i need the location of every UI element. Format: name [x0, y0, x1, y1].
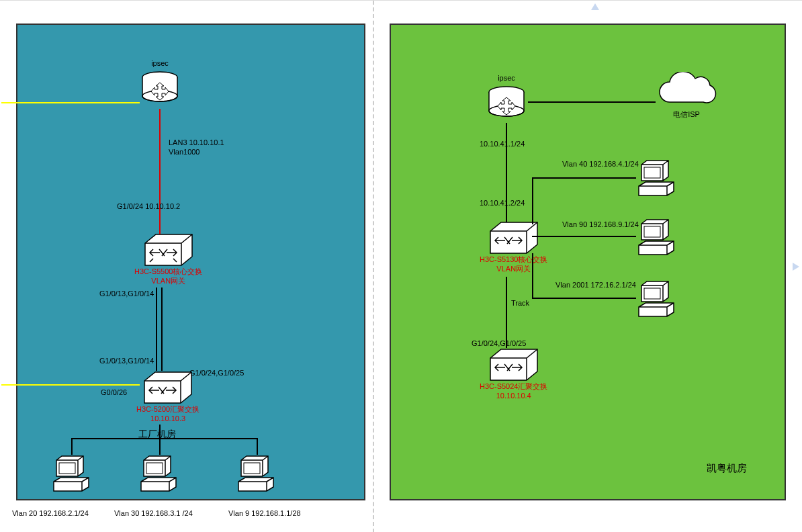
link-vlan2001-v — [532, 253, 533, 298]
agg-g0-label: G0/0/26 — [101, 388, 127, 397]
track-label: Track — [511, 298, 529, 308]
right-site-panel: ipsec 电信ISP 10.10.41.1/24 10.10.41.2/24 — [390, 24, 786, 500]
link-vlan40-h — [532, 177, 636, 179]
switch-icon — [488, 221, 540, 255]
svg-rect-9 — [644, 288, 660, 299]
core-trunk-label: G1/0/13,G1/0/14 — [99, 289, 154, 298]
link-vlan2001-h — [532, 298, 636, 299]
link-router-cloud — [528, 101, 656, 103]
pc-icon — [236, 455, 277, 492]
cloud-icon — [653, 72, 720, 109]
link-core-agg-r — [506, 277, 507, 348]
pc-icon — [51, 455, 93, 492]
agg-switch-left: H3C-5200汇聚交换 10.10.10.3 — [136, 371, 199, 424]
router-vlan-label: Vlan1000 — [169, 147, 200, 157]
ipsec-label-r: ipsec — [485, 73, 528, 83]
svg-rect-2 — [59, 463, 75, 474]
pc-vlan90 — [636, 218, 678, 256]
pc-icon — [636, 159, 678, 197]
pc-vlan20 — [51, 455, 93, 492]
vlan9-label: Vlan 9 192.168.1.1/28 — [228, 508, 301, 518]
agg-ip: 10.10.10.3 — [136, 414, 199, 423]
core-switch-left: H3C-S5500核心交换 VLAN网关 — [134, 233, 202, 286]
core-name-r: H3C-S5130核心交换 — [480, 255, 547, 264]
isp-cloud: 电信ISP — [653, 72, 720, 119]
vlan2001-label: Vlan 2001 172.16.2.1/24 — [555, 280, 636, 290]
right-site-title: 凯粤机房 — [707, 461, 747, 475]
pc-vlan2001 — [636, 280, 678, 318]
switch-icon — [488, 348, 540, 382]
ipsec-router-left: ipsec — [138, 58, 181, 108]
svg-rect-3 — [146, 463, 163, 474]
link-router-core-r — [506, 123, 507, 224]
pc3-drop — [257, 438, 258, 455]
svg-rect-4 — [244, 463, 260, 474]
left-site-panel: ipsec LAN3 10.10.10.1 Vlan1000 G1/0/24 1… — [16, 24, 365, 500]
router-ip-r: 10.10.41.1/24 — [480, 139, 525, 148]
core-port-r: 10.10.41.2/24 — [480, 198, 525, 208]
svg-rect-7 — [644, 167, 660, 178]
agg-name: H3C-5200汇聚交换 — [136, 404, 199, 414]
pc-icon — [636, 280, 678, 318]
link-core-agg-2 — [161, 287, 163, 371]
pc-icon — [636, 218, 678, 256]
link-core-agg-1 — [156, 287, 157, 371]
ruler-marker-top — [591, 3, 599, 10]
ext-line-2 — [1, 384, 140, 386]
pc2-drop — [159, 438, 161, 455]
pc-vlan40 — [636, 159, 678, 197]
core-gateway: VLAN网关 — [134, 276, 202, 285]
agg-ports-r: G1/0/24,G1/0/25 — [472, 339, 526, 348]
core-gateway-r: VLAN网关 — [480, 264, 547, 273]
vlan40-label: Vlan 40 192.168.4.1/24 — [562, 159, 639, 169]
ruler-marker-right — [793, 263, 799, 271]
router-icon — [485, 85, 528, 123]
agg-down — [159, 425, 161, 438]
agg-bus — [71, 438, 258, 439]
pc1-drop — [71, 438, 73, 455]
ext-line-1 — [1, 102, 140, 103]
link-vlan40-v — [532, 177, 533, 224]
vlan30-label: Vlan 30 192.168.3.1 /24 — [114, 508, 193, 518]
ipsec-router-right: ipsec — [485, 73, 528, 123]
vlan90-label: Vlan 90 192.168.9.1/24 — [562, 220, 639, 229]
router-lan3-label: LAN3 10.10.10.1 — [169, 138, 224, 147]
agg-ip-r: 10.10.10.4 — [480, 391, 547, 400]
isp-label: 电信ISP — [653, 109, 720, 119]
switch-icon — [142, 233, 195, 267]
switch-icon — [142, 371, 194, 404]
vlan20-label: Vlan 20 192.168.2.1/24 — [12, 508, 89, 518]
agg-trunk-label: G1/0/13,G1/0/14 — [99, 356, 154, 365]
link-router-core — [159, 109, 161, 236]
agg-name-r: H3C-S5024汇聚交换 — [480, 382, 547, 391]
core-port-label: G1/0/24 10.10.10.2 — [117, 202, 180, 211]
page-divider — [373, 1, 374, 532]
pc-vlan30 — [138, 455, 180, 492]
pc-icon — [138, 455, 180, 492]
ipsec-label: ipsec — [138, 58, 181, 68]
router-icon — [138, 71, 181, 108]
link-vlan90 — [532, 236, 636, 237]
core-name: H3C-S5500核心交换 — [134, 267, 202, 276]
core-switch-right: H3C-S5130核心交换 VLAN网关 — [480, 221, 547, 274]
svg-rect-8 — [644, 226, 660, 237]
pc-vlan9 — [236, 455, 277, 492]
diagram-canvas: ipsec LAN3 10.10.10.1 Vlan1000 G1/0/24 1… — [0, 0, 802, 532]
agg-switch-right: H3C-S5024汇聚交换 10.10.10.4 — [480, 348, 547, 401]
